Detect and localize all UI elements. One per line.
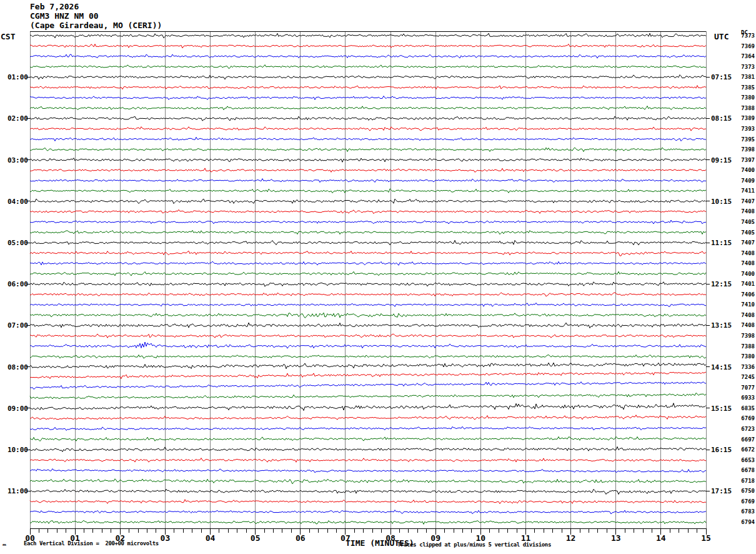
dc-value: 7410 bbox=[737, 301, 755, 308]
seismogram-trace bbox=[30, 363, 706, 369]
dc-value: 6835 bbox=[737, 405, 755, 411]
dc-value: 7385 bbox=[737, 84, 755, 91]
dc-value: 7388 bbox=[737, 105, 755, 111]
seismogram-trace bbox=[30, 209, 706, 213]
dc-value: 6794 bbox=[737, 519, 755, 525]
utc-hour-label: 08:15 bbox=[711, 114, 739, 123]
dc-value: 7408 bbox=[737, 322, 755, 328]
dc-value: 7405 bbox=[737, 229, 755, 236]
utc-hour-label: 14:15 bbox=[711, 363, 739, 371]
seismogram-trace bbox=[30, 179, 706, 183]
dc-value: 7400 bbox=[737, 271, 755, 277]
dc-value: 7411 bbox=[737, 188, 755, 194]
seismogram-trace bbox=[30, 106, 706, 110]
seismogram-trace bbox=[30, 403, 706, 411]
dc-value: 7398 bbox=[737, 333, 755, 339]
x-tick-label: 15 bbox=[697, 533, 715, 543]
dc-value: 7408 bbox=[737, 312, 755, 318]
dc-value: 6750 bbox=[737, 488, 755, 494]
x-tick-label: 12 bbox=[562, 533, 580, 543]
seismogram-trace bbox=[30, 382, 706, 390]
dc-value: 7380 bbox=[737, 94, 755, 101]
seismogram-trace bbox=[30, 282, 706, 286]
webicorder-page: Feb 7,2026 CGM3 HNZ NM 00 (Cape Girardea… bbox=[0, 0, 756, 554]
seismogram-trace bbox=[30, 158, 706, 163]
seismogram-trace bbox=[30, 469, 706, 473]
seismogram-trace bbox=[30, 261, 706, 265]
cst-hour-label: 04:00 bbox=[0, 198, 28, 206]
dc-value: 7381 bbox=[737, 74, 755, 80]
seismogram-trace bbox=[30, 436, 706, 441]
dc-value: 7407 bbox=[737, 198, 755, 204]
dc-value: 7401 bbox=[737, 281, 755, 287]
seismogram-trace bbox=[30, 323, 706, 328]
seismogram-trace bbox=[30, 393, 706, 399]
cst-hour-label: 10:00 bbox=[0, 446, 28, 454]
seismogram-trace bbox=[30, 426, 706, 430]
dc-value: 6678 bbox=[737, 467, 755, 473]
seismogram-trace bbox=[30, 355, 706, 359]
dc-value: 7393 bbox=[737, 126, 755, 132]
x-tick-label: 14 bbox=[652, 533, 670, 543]
x-tick-label: 13 bbox=[607, 533, 625, 543]
seismogram-trace bbox=[30, 65, 706, 69]
seismogram-trace bbox=[30, 168, 706, 173]
dc-value: 6697 bbox=[737, 436, 755, 443]
dc-value: 6723 bbox=[737, 426, 755, 432]
seismogram-trace bbox=[30, 44, 706, 48]
cst-hour-label: 09:00 bbox=[0, 405, 28, 413]
seismogram-trace bbox=[30, 293, 706, 296]
dc-value: 7245 bbox=[737, 374, 755, 380]
helicorder-plot[interactable] bbox=[0, 0, 756, 554]
scale-note: Each Vertical Division = 200+00 microvol… bbox=[24, 540, 159, 546]
cst-hour-label: 03:00 bbox=[0, 156, 28, 164]
seismogram-trace bbox=[30, 220, 706, 224]
x-tick-label: 03 bbox=[156, 533, 174, 543]
seismogram-trace bbox=[30, 127, 706, 131]
dc-value: 6933 bbox=[737, 395, 755, 401]
dc-value: 7077 bbox=[737, 385, 755, 391]
dc-value: 7407 bbox=[737, 239, 755, 246]
dc-value: 7395 bbox=[737, 136, 755, 143]
seismogram-trace bbox=[30, 446, 706, 451]
seismogram-trace bbox=[30, 199, 706, 204]
cst-hour-label: 06:00 bbox=[0, 280, 28, 288]
dc-value: 7364 bbox=[737, 53, 755, 59]
dc-value: 7406 bbox=[737, 291, 755, 298]
seismogram-trace bbox=[30, 520, 706, 524]
dc-value: 7400 bbox=[737, 167, 755, 173]
dc-value: 7389 bbox=[737, 115, 755, 121]
x-tick-label: 04 bbox=[202, 533, 219, 543]
seismogram-trace bbox=[30, 479, 706, 484]
dc-value: 7408 bbox=[737, 260, 755, 266]
cst-hour-label: 02:00 bbox=[0, 114, 28, 123]
seismogram-trace bbox=[30, 313, 706, 318]
seismogram-trace bbox=[30, 116, 706, 121]
seismogram-trace bbox=[30, 137, 706, 141]
dc-value: 6769 bbox=[737, 415, 755, 421]
seismogram-trace bbox=[30, 54, 706, 58]
dc-value: 6783 bbox=[737, 508, 755, 515]
utc-hour-label: 10:15 bbox=[711, 198, 739, 206]
dc-value: 7373 bbox=[737, 33, 755, 39]
cst-hour-label: 05:00 bbox=[0, 239, 28, 247]
dc-value: 7336 bbox=[737, 364, 755, 370]
corner-mark: ₘ bbox=[2, 541, 6, 547]
seismogram-trace bbox=[30, 75, 706, 79]
seismogram-trace bbox=[30, 96, 706, 100]
clip-note: Traces clipped at plus/minus 5 vertical … bbox=[397, 541, 551, 548]
cst-hour-label: 08:00 bbox=[0, 363, 28, 371]
seismogram-trace bbox=[30, 415, 706, 420]
dc-value: 6672 bbox=[737, 446, 755, 453]
dc-value: 7388 bbox=[737, 343, 755, 350]
dc-value: 6653 bbox=[737, 457, 755, 463]
seismogram-trace bbox=[30, 458, 706, 463]
x-tick-label: 06 bbox=[292, 533, 309, 543]
utc-hour-label: 07:15 bbox=[711, 73, 739, 81]
cst-hour-label: 07:00 bbox=[0, 321, 28, 330]
dc-value: 7405 bbox=[737, 219, 755, 225]
dc-value: 7398 bbox=[737, 146, 755, 153]
seismogram-trace bbox=[30, 33, 706, 38]
x-tick-label: 05 bbox=[247, 533, 264, 543]
utc-hour-label: 11:15 bbox=[711, 239, 739, 247]
